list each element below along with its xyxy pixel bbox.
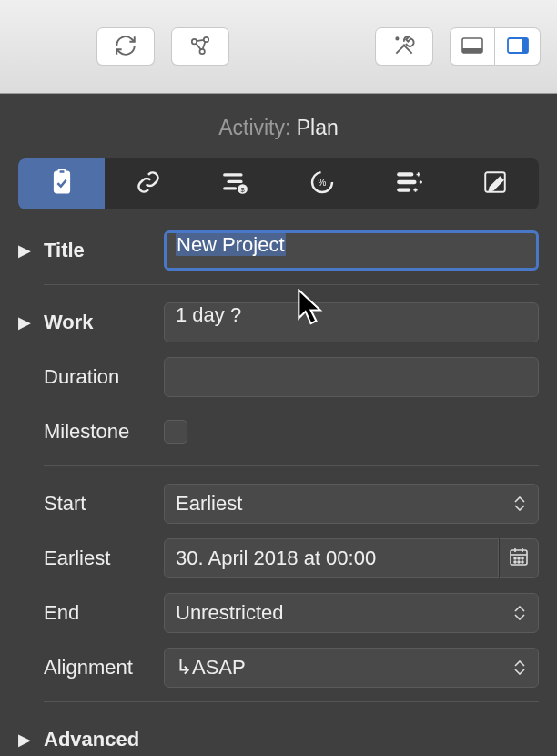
clipboard-icon — [49, 169, 75, 199]
stepper-icon — [514, 657, 529, 679]
start-value: Earliest — [176, 492, 242, 516]
inspector-header: Activity: Plan — [18, 94, 539, 158]
svg-point-27 — [522, 561, 523, 563]
tab-cost[interactable]: $ — [192, 158, 278, 209]
svg-point-24 — [522, 557, 523, 559]
tools-icon — [392, 34, 416, 60]
divider — [44, 284, 539, 285]
calendar-icon — [509, 547, 529, 570]
header-label: Activity: — [218, 116, 290, 139]
panel-right-icon — [507, 37, 529, 56]
alignment-value: ↳ASAP — [176, 656, 246, 679]
globe-icon — [188, 34, 212, 60]
inspector-tabs: $ % — [18, 158, 539, 209]
svg-rect-9 — [58, 169, 65, 174]
work-value: 1 day ? — [176, 303, 241, 326]
svg-rect-11 — [228, 180, 243, 183]
svg-point-26 — [518, 561, 520, 563]
tab-link[interactable] — [105, 158, 191, 209]
tools-button[interactable] — [375, 27, 433, 66]
window-toolbar — [0, 0, 557, 94]
advanced-label: Advanced — [44, 728, 153, 751]
stepper-icon — [514, 602, 529, 624]
disclosure-work[interactable]: ▶ — [18, 312, 33, 332]
svg-text:%: % — [318, 178, 326, 188]
earliest-input[interactable]: 30. April 2018 at 00:00 — [164, 538, 499, 578]
list-icon — [395, 170, 422, 198]
start-label: Start — [44, 492, 153, 516]
duration-input[interactable] — [164, 357, 539, 397]
stepper-icon — [514, 493, 529, 515]
work-input[interactable]: 1 day ? — [164, 302, 539, 342]
header-value: Plan — [297, 116, 339, 139]
panel-bottom-icon — [461, 37, 483, 56]
start-select[interactable]: Earliest — [164, 484, 539, 524]
svg-point-25 — [514, 561, 516, 563]
calendar-button[interactable] — [499, 538, 539, 578]
svg-point-23 — [518, 557, 520, 559]
milestone-label: Milestone — [44, 420, 153, 444]
svg-rect-8 — [55, 171, 69, 192]
alignment-label: Alignment — [44, 656, 153, 679]
divider — [44, 701, 539, 702]
alignment-select[interactable]: ↳ASAP — [164, 648, 539, 688]
tab-list[interactable] — [365, 158, 451, 209]
network-button[interactable] — [171, 27, 229, 66]
svg-rect-12 — [223, 187, 237, 189]
work-label: Work — [44, 311, 153, 334]
tab-general[interactable] — [18, 158, 105, 209]
end-value: Unrestricted — [176, 601, 284, 625]
panel-toggle-group — [450, 27, 541, 66]
milestone-checkbox[interactable] — [164, 420, 187, 444]
svg-rect-7 — [522, 38, 528, 53]
svg-rect-10 — [223, 173, 242, 176]
panel-right-button[interactable] — [495, 27, 541, 66]
duration-label: Duration — [44, 365, 153, 389]
svg-rect-18 — [397, 180, 416, 184]
panel-bottom-button[interactable] — [450, 27, 495, 66]
svg-point-1 — [204, 36, 208, 41]
tab-progress[interactable]: % — [278, 158, 365, 209]
disclosure-advanced[interactable]: ▶ — [18, 730, 33, 750]
svg-point-22 — [514, 557, 516, 559]
title-value: New Project — [176, 233, 286, 256]
disclosure-title[interactable]: ▶ — [18, 240, 33, 261]
title-input[interactable]: New Project — [164, 230, 539, 271]
earliest-label: Earliest — [44, 547, 153, 570]
svg-point-3 — [396, 37, 398, 39]
title-label: Title — [44, 239, 153, 262]
end-select[interactable]: Unrestricted — [164, 593, 539, 633]
end-label: End — [44, 601, 153, 625]
svg-rect-19 — [397, 188, 410, 191]
progress-icon: % — [309, 169, 336, 199]
cost-icon: $ — [221, 169, 248, 199]
divider — [44, 465, 539, 466]
refresh-icon — [114, 34, 137, 60]
link-icon — [136, 169, 161, 199]
svg-rect-5 — [462, 48, 482, 53]
edit-icon — [482, 169, 508, 199]
inspector-panel: Activity: Plan — [0, 94, 557, 756]
svg-rect-17 — [397, 172, 413, 176]
earliest-value: 30. April 2018 at 00:00 — [176, 547, 376, 570]
refresh-button[interactable] — [96, 27, 155, 66]
tab-edit[interactable] — [452, 158, 539, 209]
